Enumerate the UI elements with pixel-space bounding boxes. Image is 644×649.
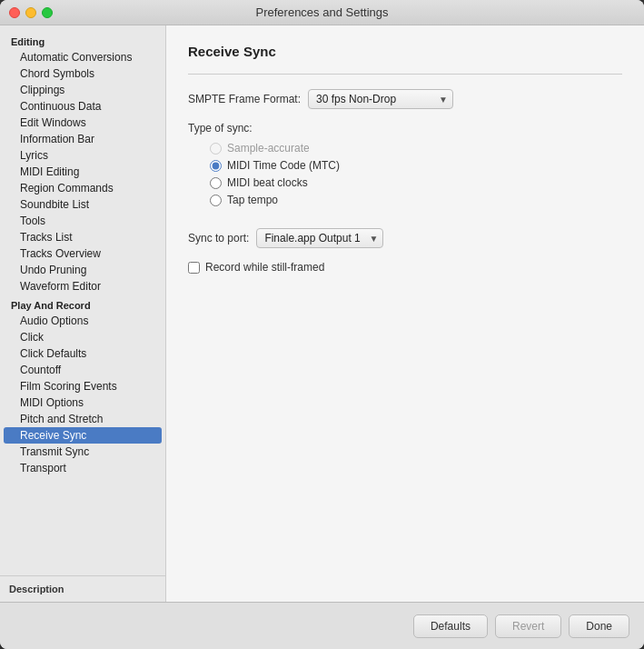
sidebar-item-audio-options[interactable]: Audio Options [0,313,165,329]
close-button[interactable] [9,7,20,18]
sidebar-item-automatic-conversions[interactable]: Automatic Conversions [0,49,165,65]
record-checkbox[interactable] [188,262,200,274]
smpte-row: SMPTE Frame Format: 24 fps 25 fps 29.97 … [188,89,622,109]
sidebar-item-transport[interactable]: Transport [0,460,165,476]
sidebar-item-tracks-overview[interactable]: Tracks Overview [0,245,165,262]
window-title: Preferences and Settings [256,5,389,19]
sidebar-item-pitch-and-stretch[interactable]: Pitch and Stretch [0,411,165,427]
sidebar-item-lyrics[interactable]: Lyrics [0,147,165,164]
sidebar-scroll[interactable]: Editing Automatic Conversions Chord Symb… [0,25,165,575]
sidebar-item-midi-editing[interactable]: MIDI Editing [0,164,165,180]
smpte-label: SMPTE Frame Format: [188,93,301,105]
sidebar-item-countoff[interactable]: Countoff [0,362,165,378]
sync-port-row: Sync to port: Finale.app Output 1 IAC Dr… [188,228,622,248]
sidebar-item-tracks-list[interactable]: Tracks List [0,229,165,245]
radio-tap-tempo-input[interactable] [210,195,222,206]
sidebar-item-information-bar[interactable]: Information Bar [0,131,165,147]
footer: Defaults Revert Done [0,602,644,649]
titlebar: Preferences and Settings [0,0,644,25]
sync-port-select[interactable]: Finale.app Output 1 IAC Driver Bus 1 [256,228,383,248]
radio-beat-clocks-label: MIDI beat clocks [227,176,308,189]
preferences-window: Preferences and Settings Editing Automat… [0,0,644,649]
sidebar-item-clippings[interactable]: Clippings [0,82,165,98]
type-of-sync-section: Type of sync: Sample-accurate MIDI Time … [188,122,622,206]
radio-beat-clocks[interactable]: MIDI beat clocks [210,176,622,189]
sidebar-item-film-scoring-events[interactable]: Film Scoring Events [0,378,165,394]
traffic-lights [9,7,53,18]
sidebar-item-click[interactable]: Click [0,329,165,345]
sidebar-item-edit-windows[interactable]: Edit Windows [0,115,165,131]
defaults-button[interactable]: Defaults [413,614,488,638]
play-and-record-section-label: Play And Record [0,295,165,313]
radio-sample-accurate[interactable]: Sample-accurate [210,142,622,155]
maximize-button[interactable] [42,7,53,18]
radio-tap-tempo-label: Tap tempo [227,194,278,206]
sync-radio-group: Sample-accurate MIDI Time Code (MTC) MID… [188,142,622,206]
panel-divider [188,74,622,75]
sidebar-item-undo-pruning[interactable]: Undo Pruning [0,262,165,278]
record-checkbox-row[interactable]: Record while still-framed [188,261,622,274]
sidebar-item-click-defaults[interactable]: Click Defaults [0,345,165,362]
sidebar: Editing Automatic Conversions Chord Symb… [0,25,166,602]
radio-tap-tempo[interactable]: Tap tempo [210,194,622,206]
sidebar-item-waveform-editor[interactable]: Waveform Editor [0,278,165,295]
radio-mtc[interactable]: MIDI Time Code (MTC) [210,159,622,172]
description-label: Description [0,575,165,602]
editing-section-label: Editing [0,31,165,49]
sidebar-item-soundbite-list[interactable]: Soundbite List [0,196,165,213]
radio-mtc-input[interactable] [210,160,222,172]
content-area: Editing Automatic Conversions Chord Symb… [0,25,644,602]
smpte-select-wrapper: 24 fps 25 fps 29.97 fps Drop 29.97 fps N… [308,89,453,109]
sidebar-item-receive-sync[interactable]: Receive Sync [4,427,162,444]
sidebar-item-tools[interactable]: Tools [0,213,165,229]
panel-spacer [188,286,622,584]
radio-beat-clocks-input[interactable] [210,177,222,189]
revert-button[interactable]: Revert [495,614,561,638]
sync-port-select-wrapper: Finale.app Output 1 IAC Driver Bus 1 ▼ [256,228,383,248]
done-button[interactable]: Done [569,614,629,638]
main-panel: Receive Sync SMPTE Frame Format: 24 fps … [166,25,644,602]
minimize-button[interactable] [25,7,36,18]
sidebar-item-midi-options[interactable]: MIDI Options [0,394,165,411]
sidebar-item-continuous-data[interactable]: Continuous Data [0,98,165,115]
sidebar-item-transmit-sync[interactable]: Transmit Sync [0,444,165,460]
sidebar-item-region-commands[interactable]: Region Commands [0,180,165,196]
radio-sample-accurate-input[interactable] [210,143,222,155]
radio-mtc-label: MIDI Time Code (MTC) [227,159,340,172]
panel-title: Receive Sync [188,44,622,59]
smpte-select[interactable]: 24 fps 25 fps 29.97 fps Drop 29.97 fps N… [308,89,453,109]
sync-port-label: Sync to port: [188,232,249,245]
radio-sample-accurate-label: Sample-accurate [227,142,310,155]
record-checkbox-label: Record while still-framed [205,261,324,274]
sidebar-item-chord-symbols[interactable]: Chord Symbols [0,65,165,82]
type-of-sync-label: Type of sync: [188,122,622,135]
